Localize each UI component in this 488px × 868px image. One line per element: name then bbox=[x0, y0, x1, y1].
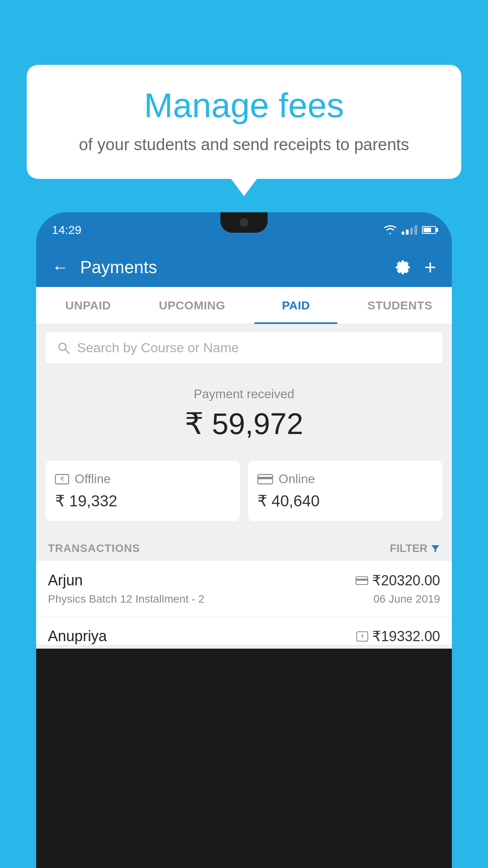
transaction-date: 06 June 2019 bbox=[373, 593, 440, 605]
transaction-amount: ₹20320.00 bbox=[372, 572, 440, 589]
svg-text:₹: ₹ bbox=[361, 634, 364, 640]
transaction-row-partial: Anupriya ₹ ₹19332.00 bbox=[36, 617, 452, 645]
svg-text:₹: ₹ bbox=[60, 476, 64, 483]
transaction-amount-row: ₹20320.00 bbox=[356, 572, 440, 589]
online-card: Online ₹ 40,640 bbox=[248, 461, 442, 521]
offline-icon: ₹ bbox=[55, 473, 69, 485]
svg-line-1 bbox=[65, 349, 69, 353]
search-bar[interactable]: Search by Course or Name bbox=[46, 332, 442, 363]
transaction-amount-2: ₹19332.00 bbox=[372, 628, 440, 645]
transaction-top-2: Anupriya ₹ ₹19332.00 bbox=[48, 628, 440, 645]
filter-button[interactable]: FILTER bbox=[390, 542, 440, 555]
signal-icon bbox=[402, 225, 417, 235]
online-icon bbox=[257, 473, 273, 485]
bubble-title: Manage fees bbox=[50, 86, 438, 125]
payment-cards: ₹ Offline ₹ 19,332 Online ₹ 40,640 bbox=[46, 461, 442, 521]
transaction-top: Arjun ₹20320.00 bbox=[48, 572, 440, 589]
transaction-name-2: Anupriya bbox=[48, 628, 107, 645]
app-header: ← Payments + bbox=[36, 248, 452, 287]
battery-icon bbox=[422, 226, 436, 234]
phone-frame: 14:29 ← Payments bbox=[36, 212, 452, 868]
speech-bubble: Manage fees of your students and send re… bbox=[27, 65, 461, 179]
status-time: 14:29 bbox=[52, 223, 81, 237]
transaction-amount-row-2: ₹ ₹19332.00 bbox=[356, 628, 440, 645]
svg-marker-6 bbox=[431, 545, 439, 552]
payment-type-icon bbox=[356, 576, 368, 585]
tab-paid[interactable]: PAID bbox=[244, 287, 348, 324]
tab-upcoming[interactable]: UPCOMING bbox=[140, 287, 244, 324]
svg-rect-8 bbox=[356, 579, 368, 581]
transactions-label: TRANSACTIONS bbox=[48, 542, 140, 555]
tab-students[interactable]: STUDENTS bbox=[348, 287, 452, 324]
tabs-bar: UNPAID UPCOMING PAID STUDENTS bbox=[36, 287, 452, 324]
offline-card-amount: ₹ 19,332 bbox=[55, 492, 231, 510]
gear-icon[interactable] bbox=[394, 258, 412, 276]
offline-card-type: Offline bbox=[75, 472, 111, 486]
camera bbox=[240, 218, 248, 227]
notch bbox=[220, 212, 268, 233]
offline-card: ₹ Offline ₹ 19,332 bbox=[46, 461, 240, 521]
offline-card-header: ₹ Offline bbox=[55, 472, 231, 486]
back-button[interactable]: ← bbox=[52, 258, 68, 277]
online-card-type: Online bbox=[279, 472, 315, 486]
filter-icon bbox=[431, 544, 440, 553]
status-icons bbox=[383, 225, 436, 235]
wifi-icon bbox=[383, 225, 397, 235]
payment-type-icon-2: ₹ bbox=[356, 631, 368, 642]
svg-rect-5 bbox=[258, 477, 273, 479]
app-content: Search by Course or Name Payment receive… bbox=[36, 324, 452, 649]
payment-received-section: Payment received ₹ 59,972 bbox=[36, 371, 452, 453]
page-title: Payments bbox=[80, 257, 382, 277]
transaction-course: Physics Batch 12 Installment - 2 bbox=[48, 593, 204, 605]
transaction-bottom: Physics Batch 12 Installment - 2 06 June… bbox=[48, 593, 440, 605]
status-bar: 14:29 bbox=[36, 212, 452, 248]
transactions-header: TRANSACTIONS FILTER bbox=[36, 533, 452, 561]
search-input[interactable]: Search by Course or Name bbox=[77, 340, 239, 355]
tab-unpaid[interactable]: UNPAID bbox=[36, 287, 140, 324]
payment-received-label: Payment received bbox=[36, 387, 452, 401]
online-card-header: Online bbox=[257, 472, 433, 486]
transaction-name: Arjun bbox=[48, 572, 83, 589]
search-icon bbox=[57, 341, 71, 355]
bubble-subtitle: of your students and send receipts to pa… bbox=[50, 134, 438, 156]
header-actions: + bbox=[394, 256, 436, 279]
payment-received-amount: ₹ 59,972 bbox=[36, 406, 452, 441]
online-card-amount: ₹ 40,640 bbox=[257, 492, 433, 510]
transaction-row: Arjun ₹20320.00 Physics Batch 12 Install… bbox=[36, 561, 452, 617]
add-button[interactable]: + bbox=[424, 256, 436, 279]
